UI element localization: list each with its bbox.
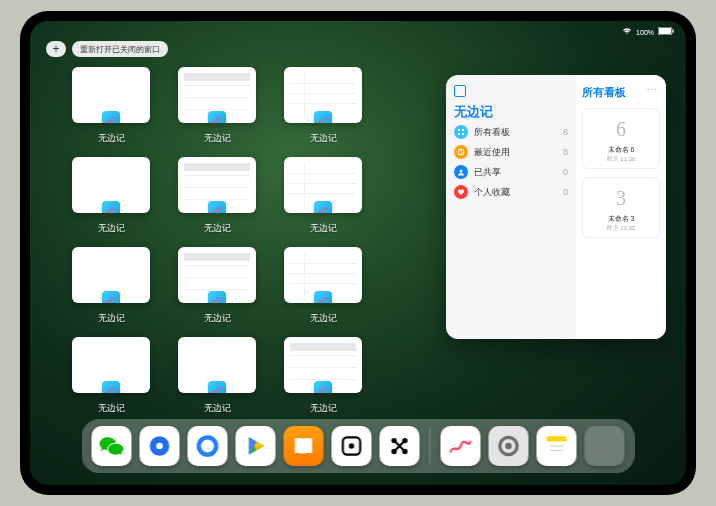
freeform-app-icon bbox=[314, 291, 332, 303]
sidebar-item[interactable]: 最近使用8 bbox=[454, 145, 568, 159]
wifi-icon bbox=[622, 27, 632, 37]
board-thumb: 6 bbox=[601, 113, 641, 145]
sidebar-item[interactable]: 个人收藏0 bbox=[454, 185, 568, 199]
sidebar-item[interactable]: 所有看板8 bbox=[454, 125, 568, 139]
freeform-app-icon bbox=[314, 201, 332, 213]
heart-icon bbox=[454, 185, 468, 199]
board-name: 未命名 3 bbox=[608, 214, 635, 224]
people-icon bbox=[454, 165, 468, 179]
dock-play[interactable] bbox=[236, 426, 276, 466]
board-card[interactable]: 3未命名 3昨天 11:25 bbox=[582, 177, 660, 238]
window-label: 无边记 bbox=[98, 402, 125, 415]
expose-grid: 无边记无边记无边记无边记无边记无边记无边记无边记无边记无边记无边记无边记 bbox=[70, 67, 470, 415]
dock-dice[interactable] bbox=[332, 426, 372, 466]
window-label: 无边记 bbox=[310, 402, 337, 415]
slideover-content: 所有看板 6未命名 6昨天 11:263未命名 3昨天 11:25 bbox=[576, 75, 666, 339]
window-thumb bbox=[72, 247, 150, 303]
ipad-frame: 100% + 重新打开已关闭的窗口 无边记无边记无边记无边记无边记无边记无边记无… bbox=[20, 11, 696, 495]
window-thumb bbox=[178, 247, 256, 303]
window-card[interactable]: 无边记 bbox=[176, 247, 258, 325]
battery-text: 100% bbox=[636, 29, 654, 36]
freeform-app-icon bbox=[102, 111, 120, 123]
sidebar-item[interactable]: 已共享0 bbox=[454, 165, 568, 179]
dots-icon bbox=[387, 433, 413, 459]
window-thumb bbox=[72, 67, 150, 123]
dock-notes[interactable] bbox=[537, 426, 577, 466]
window-label: 无边记 bbox=[98, 222, 125, 235]
notes-icon bbox=[544, 433, 570, 459]
sidebar-item-label: 个人收藏 bbox=[474, 186, 510, 199]
window-card[interactable]: 无边记 bbox=[70, 247, 152, 325]
window-thumb bbox=[178, 67, 256, 123]
window-thumb bbox=[284, 247, 362, 303]
dock-wechat[interactable] bbox=[92, 426, 132, 466]
dock-quark[interactable] bbox=[188, 426, 228, 466]
window-label: 无边记 bbox=[204, 312, 231, 325]
svg-point-21 bbox=[505, 443, 512, 450]
board-card[interactable]: 6未命名 6昨天 11:26 bbox=[582, 108, 660, 169]
settings-icon bbox=[496, 433, 522, 459]
window-card[interactable]: 无边记 bbox=[176, 67, 258, 145]
sidebar-icon bbox=[454, 85, 466, 97]
freeform-app-icon bbox=[102, 291, 120, 303]
reopen-closed-window-button[interactable]: 重新打开已关闭的窗口 bbox=[72, 41, 168, 57]
sidebar-item-count: 8 bbox=[563, 147, 568, 157]
dock-dots[interactable] bbox=[380, 426, 420, 466]
window-thumb bbox=[72, 157, 150, 213]
window-card[interactable]: 无边记 bbox=[282, 157, 364, 235]
books-icon bbox=[291, 433, 317, 459]
window-card[interactable]: 无边记 bbox=[70, 67, 152, 145]
more-icon[interactable]: ... bbox=[647, 81, 658, 92]
window-label: 无边记 bbox=[310, 132, 337, 145]
dock-freeform[interactable] bbox=[441, 426, 481, 466]
window-card[interactable]: 无边记 bbox=[70, 157, 152, 235]
dock bbox=[82, 419, 635, 473]
dice-icon bbox=[339, 433, 365, 459]
top-controls: + 重新打开已关闭的窗口 bbox=[46, 41, 168, 57]
window-label: 无边记 bbox=[310, 222, 337, 235]
clock-icon bbox=[454, 145, 468, 159]
dock-books[interactable] bbox=[284, 426, 324, 466]
sidebar-item-count: 8 bbox=[563, 127, 568, 137]
sidebar-item-label: 最近使用 bbox=[474, 146, 510, 159]
svg-rect-2 bbox=[673, 30, 674, 33]
new-window-button[interactable]: + bbox=[46, 41, 66, 57]
freeform-app-icon bbox=[208, 111, 226, 123]
window-card[interactable]: 无边记 bbox=[70, 337, 152, 415]
svg-rect-22 bbox=[547, 436, 567, 441]
svg-rect-5 bbox=[458, 133, 460, 135]
window-card[interactable]: 无边记 bbox=[176, 337, 258, 415]
window-card[interactable]: 无边记 bbox=[282, 247, 364, 325]
sidebar-item-label: 所有看板 bbox=[474, 126, 510, 139]
svg-point-11 bbox=[199, 437, 216, 454]
freeform-app-icon bbox=[314, 381, 332, 393]
dock-apps-group[interactable] bbox=[585, 426, 625, 466]
dock-separator bbox=[430, 427, 431, 465]
sidebar-item-label: 已共享 bbox=[474, 166, 501, 179]
status-bar: 100% bbox=[30, 25, 686, 39]
window-card[interactable]: 无边记 bbox=[176, 157, 258, 235]
window-card[interactable]: 无边记 bbox=[282, 337, 364, 415]
window-thumb bbox=[178, 157, 256, 213]
window-thumb bbox=[72, 337, 150, 393]
board-name: 未命名 6 bbox=[608, 145, 635, 155]
window-thumb bbox=[284, 337, 362, 393]
slideover-panel[interactable]: ... 无边记 所有看板8最近使用8已共享0个人收藏0 所有看板 6未命名 6昨… bbox=[446, 75, 666, 339]
screen: 100% + 重新打开已关闭的窗口 无边记无边记无边记无边记无边记无边记无边记无… bbox=[30, 21, 686, 485]
window-thumb bbox=[284, 157, 362, 213]
dock-qqbrowser[interactable] bbox=[140, 426, 180, 466]
freeform-icon bbox=[448, 433, 474, 459]
svg-rect-1 bbox=[659, 28, 671, 34]
freeform-app-icon bbox=[208, 291, 226, 303]
window-label: 无边记 bbox=[204, 402, 231, 415]
play-icon bbox=[243, 433, 269, 459]
svg-rect-23 bbox=[547, 442, 567, 456]
freeform-app-icon bbox=[208, 201, 226, 213]
freeform-app-icon bbox=[102, 381, 120, 393]
window-card[interactable]: 无边记 bbox=[282, 67, 364, 145]
window-thumb bbox=[284, 67, 362, 123]
dock-settings[interactable] bbox=[489, 426, 529, 466]
svg-point-13 bbox=[349, 443, 354, 448]
svg-point-8 bbox=[460, 170, 463, 173]
window-label: 无边记 bbox=[310, 312, 337, 325]
